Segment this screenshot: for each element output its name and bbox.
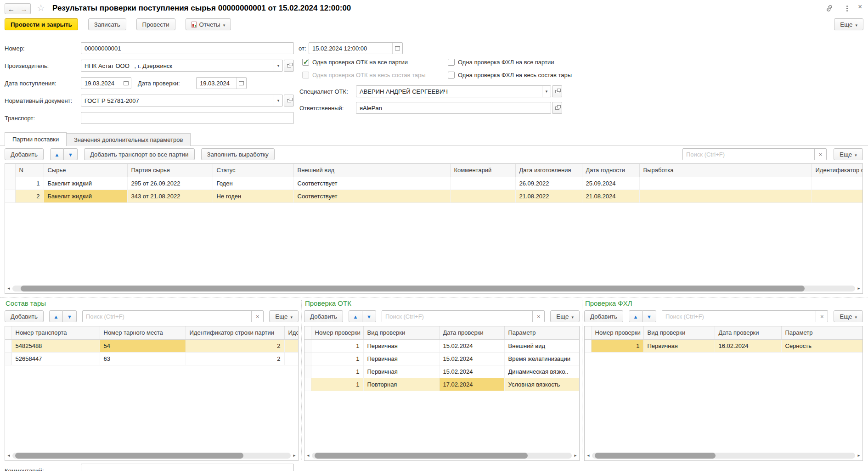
move-down-button[interactable] bbox=[63, 310, 77, 322]
reports-button[interactable]: Отчеты bbox=[186, 18, 231, 30]
col-check-date[interactable]: Дата проверки bbox=[439, 326, 504, 339]
move-down-button[interactable] bbox=[64, 148, 78, 160]
col-check-type[interactable]: Вид проверки bbox=[363, 326, 439, 339]
scroll-right-icon[interactable] bbox=[573, 454, 578, 458]
add-transport-button[interactable]: Добавить транспорт во все партии bbox=[84, 148, 195, 160]
otk-more-button[interactable]: Еще bbox=[550, 310, 580, 322]
cell-clipped[interactable] bbox=[284, 339, 298, 352]
tare-row-1-selected[interactable]: 54825488 54 2 bbox=[5, 339, 298, 352]
scrollbar-thumb[interactable] bbox=[595, 453, 716, 459]
from-date-input[interactable] bbox=[309, 43, 392, 54]
cell-batch-row-id[interactable]: 2 bbox=[186, 339, 284, 352]
scroll-left-icon[interactable] bbox=[6, 454, 11, 458]
move-up-button[interactable] bbox=[49, 310, 63, 322]
cell-production-date[interactable]: 21.08.2022 bbox=[515, 190, 582, 202]
vertical-splitter[interactable] bbox=[301, 300, 302, 460]
vertical-splitter[interactable] bbox=[582, 300, 582, 460]
move-down-button[interactable] bbox=[362, 310, 376, 322]
cell-batch[interactable]: 343 от 21.08.2022 bbox=[127, 190, 213, 202]
col-batch[interactable]: Партия сырья bbox=[127, 164, 213, 177]
cell-status[interactable]: Годен bbox=[213, 177, 293, 190]
scrollbar-thumb[interactable] bbox=[315, 453, 528, 459]
batch-search-input[interactable] bbox=[683, 149, 814, 160]
move-up-button[interactable] bbox=[50, 148, 64, 160]
cell-expiry-date[interactable]: 25.09.2024 bbox=[582, 177, 639, 190]
number-input[interactable] bbox=[81, 43, 293, 54]
comment-input[interactable] bbox=[81, 464, 293, 471]
col-clipped[interactable]: Иде bbox=[284, 326, 298, 339]
cell-expiry-date[interactable]: 21.08.2024 bbox=[582, 190, 639, 202]
cell-identifier[interactable] bbox=[812, 177, 862, 190]
col-check-date[interactable]: Дата проверки bbox=[715, 326, 781, 339]
cell-check-number-selected[interactable]: 1 bbox=[591, 339, 643, 352]
manufacturer-open-button[interactable] bbox=[284, 60, 294, 72]
cell-check-type[interactable]: Первичная bbox=[363, 339, 439, 352]
normative-doc-dropdown-button[interactable] bbox=[274, 95, 282, 106]
col-parameter[interactable]: Параметр bbox=[504, 326, 579, 339]
cell-comment[interactable] bbox=[450, 190, 515, 202]
cell-batch[interactable]: 295 от 26.09.2022 bbox=[127, 177, 213, 190]
cell-appearance[interactable]: Соответствует bbox=[293, 177, 450, 190]
cell-output[interactable] bbox=[639, 177, 812, 190]
clear-search-icon[interactable] bbox=[814, 149, 826, 160]
col-production-date[interactable]: Дата изготовления bbox=[515, 164, 582, 177]
post-button[interactable]: Провести bbox=[136, 18, 175, 30]
cell-check-date[interactable]: 15.02.2024 bbox=[439, 352, 504, 365]
cell-output[interactable] bbox=[639, 190, 812, 202]
cell-status[interactable]: Не годен bbox=[213, 190, 293, 202]
col-comment[interactable]: Комментарий bbox=[450, 164, 515, 177]
batch-more-button[interactable]: Еще bbox=[834, 148, 863, 160]
post-and-close-button[interactable]: Провести и закрыть bbox=[5, 18, 78, 30]
otk-specialist-dropdown-button[interactable] bbox=[542, 86, 551, 97]
receipt-date-calendar-button[interactable] bbox=[121, 78, 131, 89]
cell-transport-number[interactable]: 52658447 bbox=[11, 352, 100, 365]
favorite-star-icon[interactable] bbox=[37, 2, 45, 13]
cell-comment[interactable] bbox=[450, 177, 515, 190]
cell-check-number[interactable]: 1 bbox=[311, 365, 363, 378]
tare-more-button[interactable]: Еще bbox=[269, 310, 299, 322]
otk-specialist-input[interactable] bbox=[356, 86, 542, 97]
cell-check-date[interactable]: 15.02.2024 bbox=[439, 365, 504, 378]
fill-output-button[interactable]: Заполнить выработку bbox=[201, 148, 275, 160]
cell-material-selected[interactable]: Бакелит жидкий bbox=[44, 190, 127, 202]
cell-parameter[interactable]: Серность bbox=[781, 339, 862, 352]
otk-specialist-open-button[interactable] bbox=[552, 85, 562, 97]
cell-parameter[interactable]: Время желатинизации bbox=[504, 352, 579, 365]
otk-row-1[interactable]: 1 Первичная 15.02.2024 Внешний вид bbox=[304, 339, 579, 352]
col-tare-place-number[interactable]: Номер тарного места bbox=[100, 326, 186, 339]
responsible-input[interactable] bbox=[356, 102, 551, 113]
otk-row-3[interactable]: 1 Первичная 15.02.2024 Динамическая вязк… bbox=[304, 365, 579, 378]
fhl-add-button[interactable]: Добавить bbox=[584, 310, 623, 322]
checkbox-otk-all-batches[interactable]: Одна проверка ОТК на все партии bbox=[302, 59, 408, 66]
check-date-calendar-button[interactable] bbox=[236, 78, 246, 89]
move-down-button[interactable] bbox=[643, 310, 656, 322]
scrollbar-thumb[interactable] bbox=[21, 286, 805, 292]
cell-check-date[interactable]: 16.02.2024 bbox=[715, 339, 781, 352]
col-n[interactable]: N bbox=[15, 164, 44, 177]
cell-n[interactable]: 2 bbox=[15, 190, 44, 202]
receipt-date-input[interactable] bbox=[81, 78, 121, 89]
more-menu-kebab-icon[interactable] bbox=[846, 6, 848, 7]
checkbox-fhl-all-batches[interactable]: Одна проверка ФХЛ на все партии bbox=[448, 59, 554, 66]
clear-search-icon[interactable] bbox=[251, 311, 263, 322]
col-status[interactable]: Статус bbox=[213, 164, 293, 177]
cell-batch-row-id[interactable]: 2 bbox=[186, 352, 284, 365]
form-more-button[interactable]: Еще bbox=[834, 18, 863, 30]
tare-search-input[interactable] bbox=[83, 311, 251, 322]
transport-input[interactable] bbox=[81, 112, 293, 123]
scroll-right-icon[interactable] bbox=[856, 454, 862, 458]
normative-doc-open-button[interactable] bbox=[284, 95, 294, 107]
fhl-row-1-selected[interactable]: 1 Первичная 16.02.2024 Серность bbox=[585, 339, 862, 352]
scroll-right-icon[interactable] bbox=[856, 286, 862, 291]
cell-appearance[interactable]: Соответствует bbox=[293, 190, 450, 202]
close-icon[interactable] bbox=[858, 3, 862, 11]
cell-check-number[interactable]: 1 bbox=[311, 339, 363, 352]
fhl-more-button[interactable]: Еще bbox=[834, 310, 863, 322]
cell-check-type[interactable]: Первичная bbox=[363, 365, 439, 378]
fhl-search-input[interactable] bbox=[662, 311, 816, 322]
cell-n[interactable]: 1 bbox=[15, 177, 44, 190]
tare-add-button[interactable]: Добавить bbox=[5, 310, 44, 322]
write-button[interactable]: Записать bbox=[88, 18, 126, 30]
cell-check-number[interactable]: 1 bbox=[311, 352, 363, 365]
col-appearance[interactable]: Внешний вид bbox=[293, 164, 450, 177]
